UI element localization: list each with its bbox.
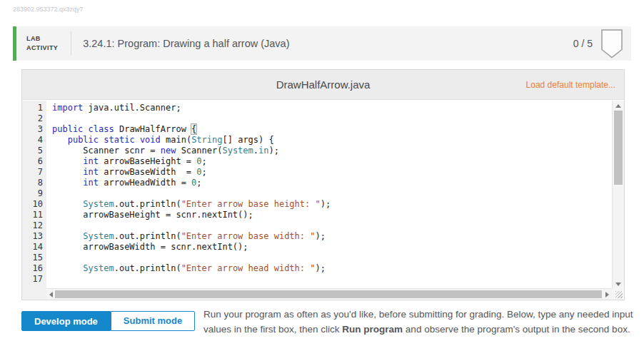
kicker-line-1: LAB [26,35,41,42]
code-line[interactable]: System.out.println("Enter arrow base hei… [52,199,612,210]
editor-header: DrawHalfArrow.java Load default template… [22,70,624,100]
line-number: 13 [22,231,43,242]
code-line[interactable]: int arrowHeadWidth = 0; [52,178,612,188]
code-line[interactable] [52,188,612,199]
header-divider [71,31,71,56]
code-line[interactable]: arrowBaseWidth = scnr.nextInt(); [52,242,612,253]
instructions-text: Run your program as often as you'd like,… [203,307,635,337]
code-line[interactable]: public class DrawHalfArrow { [52,124,612,135]
line-number: 7 [22,167,43,178]
vertical-scrollbar[interactable] [612,101,624,290]
code-line[interactable]: Scanner scnr = new Scanner(System.in); [52,146,612,156]
code-line[interactable]: public static void main(String[] args) { [52,135,612,146]
horizontal-scroll-thumb[interactable] [55,290,602,298]
run-program-bold: Run program [342,324,403,335]
gutter: 1234567891011121314151617 [22,101,46,300]
scrollbar-corner [612,288,624,300]
scroll-up-icon[interactable] [615,104,621,108]
code-line[interactable] [52,253,612,263]
activity-header-bar: LAB ACTIVITY 3.24.1: Program: Drawing a … [13,26,631,61]
code-line[interactable]: import java.util.Scanner; [52,103,612,113]
code-line[interactable] [52,113,612,124]
line-number: 2 [22,113,43,124]
instructions-after: and observe the program's output in the … [403,324,630,335]
line-number: 12 [22,220,43,231]
editor-body[interactable]: 1234567891011121314151617 import java.ut… [22,101,624,300]
code-area[interactable]: import java.util.Scanner; public class D… [46,101,612,300]
code-line[interactable]: arrowBaseHeight = scnr.nextInt(); [52,210,612,220]
line-number: 11 [22,210,43,220]
kicker-line-2: ACTIVITY [26,44,58,51]
code-editor-card: DrawHalfArrow.java Load default template… [21,69,625,300]
code-line[interactable]: System.out.println("Enter arrow head wid… [52,263,612,274]
scroll-down-icon[interactable] [615,283,621,286]
score-label: 0 / 5 [573,38,593,49]
mode-button-group: Develop mode Submit mode [21,311,195,331]
line-number: 1 [22,103,43,113]
line-number: 6 [22,156,43,167]
document-id: 283902.953372.qx3zqy7 [13,6,84,13]
load-default-template-link[interactable]: Load default template... [526,80,624,90]
code-line[interactable] [52,274,612,285]
develop-mode-button[interactable]: Develop mode [21,311,111,331]
completion-badge-icon [601,29,623,58]
line-number: 8 [22,178,43,188]
code-line[interactable]: int arrowBaseHeight = 0; [52,156,612,167]
vertical-scroll-thumb[interactable] [614,111,623,185]
line-number: 3 [22,124,43,135]
lab-activity-kicker: LAB ACTIVITY [26,34,58,52]
horizontal-scrollbar[interactable] [46,288,612,300]
line-number: 15 [22,253,43,263]
line-number: 4 [22,135,43,146]
code-line[interactable]: int arrowBaseWidth = 0; [52,167,612,178]
code-line[interactable]: System.out.println("Enter arrow base wid… [52,231,612,242]
line-number: 17 [22,274,43,285]
scroll-right-icon[interactable] [605,292,609,297]
code-line[interactable] [52,220,612,231]
activity-title: 3.24.1: Program: Drawing a half arrow (J… [83,38,573,49]
line-number: 14 [22,242,43,253]
resize-grip-icon[interactable] [615,291,623,298]
scroll-left-icon[interactable] [49,292,53,297]
submit-mode-button[interactable]: Submit mode [111,311,195,331]
line-number: 9 [22,188,43,199]
line-number: 10 [22,199,43,210]
line-number: 16 [22,263,43,274]
line-number: 5 [22,146,43,156]
